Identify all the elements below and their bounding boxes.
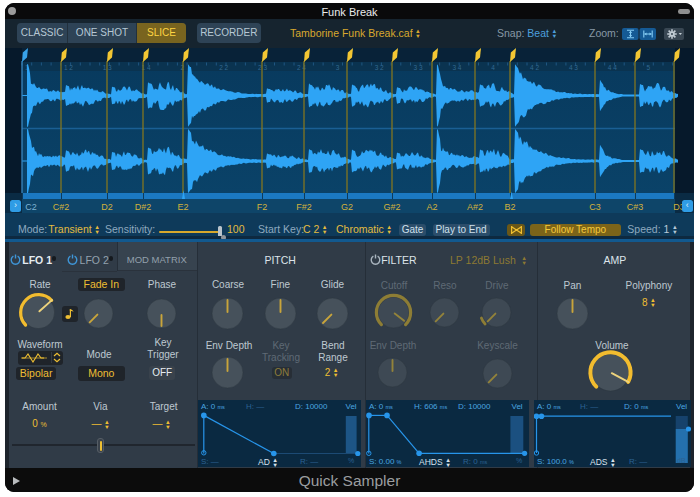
- svg-text:4: 4: [491, 64, 495, 71]
- svg-text:2 3: 2 3: [258, 64, 267, 71]
- svg-text:3 3: 3 3: [414, 64, 423, 71]
- svg-text:4 4: 4 4: [608, 64, 617, 71]
- svg-text:5: 5: [647, 64, 651, 71]
- svg-text:1 2: 1 2: [64, 64, 73, 71]
- svg-text:3 4: 3 4: [452, 64, 461, 71]
- svg-text:2 2: 2 2: [219, 64, 228, 71]
- svg-text:2 4: 2 4: [297, 64, 306, 71]
- svg-text:3 2: 3 2: [375, 64, 384, 71]
- svg-text:4 2: 4 2: [530, 64, 539, 71]
- svg-text:4 3: 4 3: [569, 64, 578, 71]
- svg-text:3: 3: [336, 64, 340, 71]
